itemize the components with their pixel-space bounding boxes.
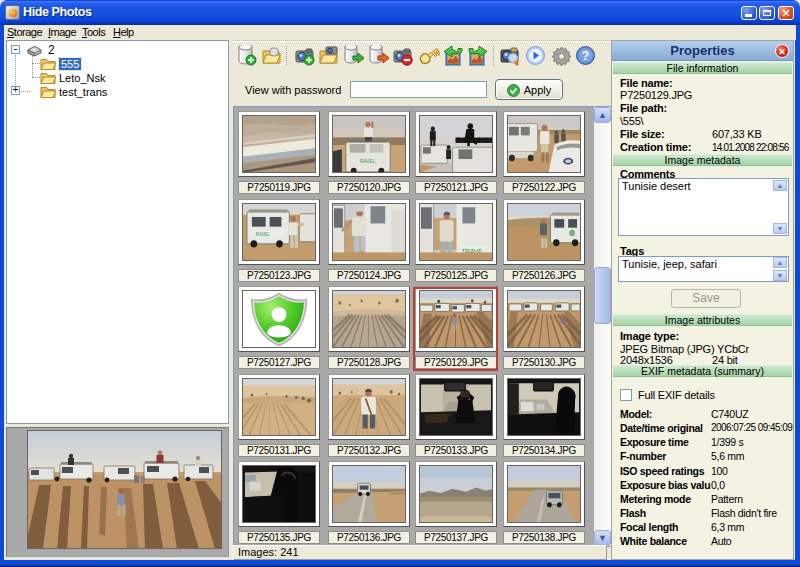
svg-text:?: ? bbox=[582, 49, 589, 63]
svg-text:RAVEL: RAVEL bbox=[256, 232, 271, 237]
svg-text:RAVEL: RAVEL bbox=[360, 158, 376, 164]
